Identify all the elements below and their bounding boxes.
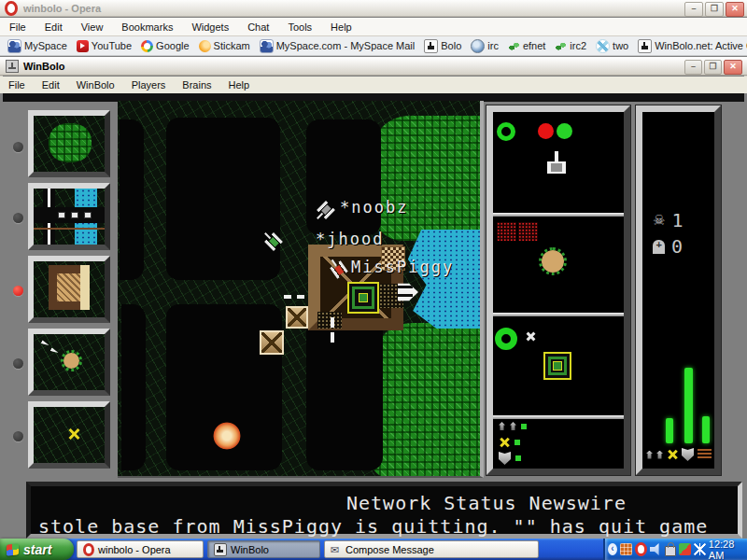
bookmark-myspace[interactable]: MySpace: [3, 39, 72, 53]
kills-count: 1: [671, 209, 683, 231]
road-block: [306, 308, 383, 470]
bookmark-myspace-mail[interactable]: MySpace.com - MySpace Mail: [255, 39, 420, 53]
bookmark-bolo[interactable]: Bolo: [419, 39, 466, 53]
taskbar-clock[interactable]: 12:28 AM: [709, 539, 747, 560]
tank-status-section: [493, 112, 624, 213]
status-led-3-red: [13, 286, 23, 296]
thumb-marker: [58, 212, 65, 218]
bookmark-irc2[interactable]: irc2: [550, 40, 591, 52]
kills-row: ☠ 1: [653, 209, 684, 231]
game-map-viewport[interactable]: *jhood *noobz MissPiggy: [118, 101, 484, 478]
winbolo-window-title: WinBolo: [23, 61, 65, 72]
winbolo-menu-edit[interactable]: Edit: [34, 79, 68, 91]
taskbar-task-compose[interactable]: ✉ Compose Message: [324, 540, 539, 558]
winbolo-menu-file[interactable]: File: [0, 79, 34, 91]
bookmark-stickam[interactable]: Stickam: [194, 40, 255, 52]
winbolo-minimize-button[interactable]: –: [684, 60, 702, 75]
status-led-1: [13, 142, 23, 152]
bookmark-winbolo-net[interactable]: WinBolo.net: Active Games: [633, 39, 747, 53]
deaths-count: 0: [671, 235, 683, 258]
opera-menu-chat[interactable]: Chat: [238, 21, 278, 33]
winbolo-maximize-button[interactable]: ❐: [704, 60, 722, 75]
start-button[interactable]: start: [0, 539, 74, 560]
green-indicator: [515, 455, 521, 461]
bookmark-google[interactable]: Google: [136, 40, 193, 52]
base-x-icon: [667, 449, 678, 460]
opera-menu-file[interactable]: File: [0, 21, 35, 33]
forest-patch-bottom: [372, 323, 484, 478]
tray-app-icon[interactable]: [620, 543, 632, 555]
opera-close-button[interactable]: ✕: [726, 2, 744, 17]
thumb-arrow: [41, 340, 50, 346]
tray-sparkle-icon[interactable]: [694, 543, 706, 555]
opera-restore-button[interactable]: ❐: [705, 2, 724, 17]
bookmark-efnet[interactable]: efnet: [503, 40, 550, 52]
tray-volume-icon[interactable]: [650, 543, 662, 555]
tombstone-icon: [653, 240, 665, 254]
thumb-track-line: [34, 228, 105, 230]
tray-messenger-icon[interactable]: [679, 543, 691, 555]
opera-menu-bookmarks[interactable]: Bookmarks: [112, 21, 182, 33]
thumb-marker: [84, 212, 92, 218]
winbolo-menu-players[interactable]: Players: [123, 79, 175, 91]
tray-security-icon[interactable]: [665, 546, 676, 556]
winbolo-menu-brains[interactable]: Brains: [174, 79, 219, 91]
status-led-2: [13, 213, 23, 223]
taskbar-task-opera[interactable]: winbolo - Opera: [77, 540, 204, 558]
road-block: [121, 304, 146, 470]
system-tray: ‹ 12:28 AM: [603, 539, 747, 560]
red-status-dot: [538, 123, 554, 139]
winbolo-net-icon: [638, 39, 652, 53]
bookmark-youtube[interactable]: YouTube: [72, 40, 136, 52]
road-block: [166, 118, 280, 280]
opera-menu-edit[interactable]: Edit: [35, 21, 72, 33]
base-ring-icon: [495, 328, 517, 350]
boat: [398, 282, 418, 302]
bookmark-two[interactable]: two: [591, 39, 633, 53]
pillbox-mini-icon: [499, 422, 505, 430]
thumb-arrow: [50, 347, 60, 354]
winbolo-menu-winbolo[interactable]: WinBolo: [68, 79, 123, 91]
map-thumbnail-building: [28, 256, 110, 323]
status-panel: [486, 105, 630, 475]
legend-section: [493, 419, 624, 469]
opera-titlebar: winbolo - Opera – ❐ ✕: [0, 0, 747, 17]
thumb-marker: [71, 212, 78, 218]
opera-menu-widgets[interactable]: Widgets: [182, 21, 238, 33]
tray-opera-icon[interactable]: [635, 542, 647, 556]
irc2-icon: [555, 40, 567, 52]
resource-bar-short: [666, 418, 673, 443]
winbolo-menu-help[interactable]: Help: [220, 79, 259, 91]
winbolo-titlebar: WinBolo: [0, 57, 747, 76]
status-led-4: [13, 358, 23, 369]
taskbar-task-winbolo[interactable]: WinBolo: [207, 540, 320, 558]
road-block: [120, 119, 144, 280]
green-indicator: [514, 440, 520, 445]
game-client-area: *jhood *noobz MissPiggy: [0, 93, 747, 539]
legend-row-bases: [499, 437, 520, 448]
bookmark-irc[interactable]: irc: [466, 39, 503, 53]
deaths-row: 0: [653, 235, 683, 258]
pillbox: [260, 330, 284, 355]
ammo-block-icon: [518, 222, 538, 241]
green-status-dot: [557, 123, 572, 139]
winbolo-app-icon: [6, 60, 19, 73]
opera-menu-tools[interactable]: Tools: [278, 21, 321, 33]
resource-legend-row: [646, 448, 712, 461]
thumb-road-horizontal: [34, 207, 105, 223]
opera-minimize-button[interactable]: –: [684, 2, 703, 17]
pillbox-mini-icon: [646, 451, 653, 459]
compose-mail-icon: ✉: [331, 544, 342, 555]
forest-patch-top: [372, 116, 484, 241]
efnet-icon: [508, 40, 520, 52]
opera-menu-help[interactable]: Help: [321, 21, 361, 33]
x-marker-icon: [525, 331, 535, 342]
shield-icon: [499, 452, 511, 465]
resource-bar-tall: [684, 368, 693, 443]
opera-menu-view[interactable]: View: [72, 21, 113, 33]
road-dash: [331, 332, 334, 343]
shield-icon: [682, 448, 694, 461]
winbolo-close-button[interactable]: ✕: [724, 60, 742, 75]
tray-chevron-button[interactable]: ‹: [608, 543, 617, 555]
opera-task-icon: [83, 543, 94, 556]
